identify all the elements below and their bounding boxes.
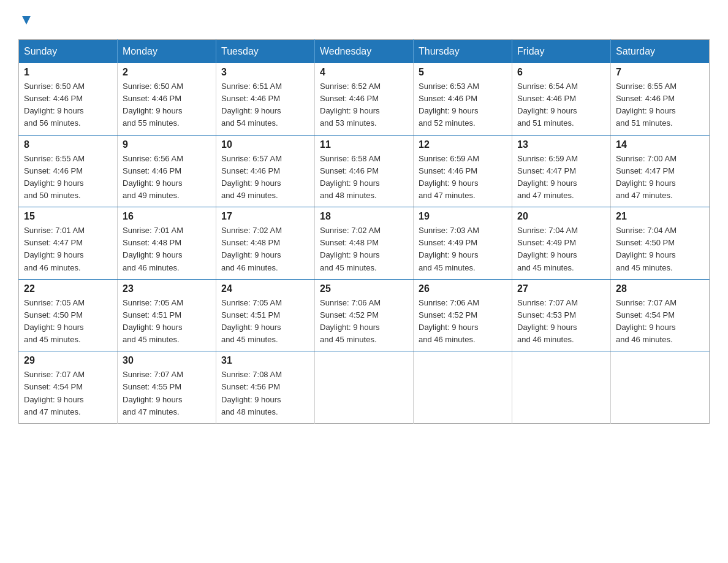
calendar-cell: 3Sunrise: 6:51 AMSunset: 4:46 PMDaylight… — [216, 63, 315, 135]
day-header-wednesday: Wednesday — [315, 40, 414, 64]
day-info: Sunrise: 6:55 AMSunset: 4:46 PMDaylight:… — [24, 153, 112, 202]
day-info: Sunrise: 6:50 AMSunset: 4:46 PMDaylight:… — [24, 80, 112, 130]
day-info: Sunrise: 6:59 AMSunset: 4:46 PMDaylight:… — [419, 153, 507, 202]
day-number: 12 — [419, 139, 507, 150]
day-number: 3 — [221, 67, 309, 78]
day-info: Sunrise: 7:08 AMSunset: 4:56 PMDaylight:… — [221, 369, 309, 418]
day-number: 29 — [24, 355, 112, 366]
day-info: Sunrise: 7:04 AMSunset: 4:49 PMDaylight:… — [517, 224, 605, 274]
calendar-cell: 4Sunrise: 6:52 AMSunset: 4:46 PMDaylight… — [315, 63, 414, 135]
day-number: 9 — [123, 139, 211, 150]
calendar-cell: 15Sunrise: 7:01 AMSunset: 4:47 PMDayligh… — [19, 207, 118, 280]
calendar-cell: 18Sunrise: 7:02 AMSunset: 4:48 PMDayligh… — [315, 207, 414, 280]
day-number: 5 — [419, 67, 507, 78]
logo-triangle-icon — [20, 13, 33, 27]
day-number: 21 — [616, 211, 704, 222]
page-header — [18, 12, 710, 27]
calendar-cell: 27Sunrise: 7:07 AMSunset: 4:53 PMDayligh… — [512, 279, 611, 351]
day-number: 22 — [24, 283, 112, 294]
calendar-cell — [414, 351, 512, 424]
day-info: Sunrise: 7:04 AMSunset: 4:50 PMDaylight:… — [616, 224, 704, 274]
day-info: Sunrise: 7:06 AMSunset: 4:52 PMDaylight:… — [320, 297, 408, 347]
day-number: 1 — [24, 67, 112, 78]
calendar-cell: 14Sunrise: 7:00 AMSunset: 4:47 PMDayligh… — [611, 135, 710, 207]
calendar-cell: 22Sunrise: 7:05 AMSunset: 4:50 PMDayligh… — [19, 279, 118, 351]
day-info: Sunrise: 7:07 AMSunset: 4:53 PMDaylight:… — [517, 297, 605, 347]
calendar-cell — [512, 351, 611, 424]
day-number: 23 — [123, 283, 211, 294]
day-number: 11 — [320, 139, 408, 150]
calendar-cell: 7Sunrise: 6:55 AMSunset: 4:46 PMDaylight… — [611, 63, 710, 135]
day-number: 18 — [320, 211, 408, 222]
calendar-cell: 19Sunrise: 7:03 AMSunset: 4:49 PMDayligh… — [414, 207, 512, 280]
day-number: 27 — [517, 283, 605, 294]
day-info: Sunrise: 6:52 AMSunset: 4:46 PMDaylight:… — [320, 80, 408, 130]
calendar-cell: 31Sunrise: 7:08 AMSunset: 4:56 PMDayligh… — [216, 351, 315, 424]
calendar-cell: 28Sunrise: 7:07 AMSunset: 4:54 PMDayligh… — [611, 279, 710, 351]
day-info: Sunrise: 7:07 AMSunset: 4:54 PMDaylight:… — [616, 297, 704, 347]
day-number: 24 — [221, 283, 309, 294]
day-number: 31 — [221, 355, 309, 366]
day-info: Sunrise: 7:00 AMSunset: 4:47 PMDaylight:… — [616, 153, 704, 202]
calendar-cell — [611, 351, 710, 424]
calendar-cell: 30Sunrise: 7:07 AMSunset: 4:55 PMDayligh… — [118, 351, 216, 424]
day-number: 26 — [419, 283, 507, 294]
svg-marker-0 — [22, 16, 31, 25]
day-number: 20 — [517, 211, 605, 222]
calendar-cell: 13Sunrise: 6:59 AMSunset: 4:47 PMDayligh… — [512, 135, 611, 207]
day-number: 25 — [320, 283, 408, 294]
calendar-cell: 21Sunrise: 7:04 AMSunset: 4:50 PMDayligh… — [611, 207, 710, 280]
calendar-cell: 26Sunrise: 7:06 AMSunset: 4:52 PMDayligh… — [414, 279, 512, 351]
calendar-cell: 17Sunrise: 7:02 AMSunset: 4:48 PMDayligh… — [216, 207, 315, 280]
day-info: Sunrise: 7:07 AMSunset: 4:55 PMDaylight:… — [123, 369, 211, 418]
day-number: 28 — [616, 283, 704, 294]
calendar-cell: 1Sunrise: 6:50 AMSunset: 4:46 PMDaylight… — [19, 63, 118, 135]
day-number: 2 — [123, 67, 211, 78]
calendar-cell: 6Sunrise: 6:54 AMSunset: 4:46 PMDaylight… — [512, 63, 611, 135]
day-info: Sunrise: 7:02 AMSunset: 4:48 PMDaylight:… — [320, 224, 408, 274]
day-number: 13 — [517, 139, 605, 150]
calendar-cell: 10Sunrise: 6:57 AMSunset: 4:46 PMDayligh… — [216, 135, 315, 207]
day-info: Sunrise: 7:07 AMSunset: 4:54 PMDaylight:… — [24, 369, 112, 418]
day-info: Sunrise: 7:06 AMSunset: 4:52 PMDaylight:… — [419, 297, 507, 347]
day-number: 17 — [221, 211, 309, 222]
day-info: Sunrise: 6:51 AMSunset: 4:46 PMDaylight:… — [221, 80, 309, 130]
calendar-cell: 16Sunrise: 7:01 AMSunset: 4:48 PMDayligh… — [118, 207, 216, 280]
day-info: Sunrise: 7:05 AMSunset: 4:50 PMDaylight:… — [24, 297, 112, 347]
day-header-friday: Friday — [512, 40, 611, 64]
calendar-week-3: 15Sunrise: 7:01 AMSunset: 4:47 PMDayligh… — [19, 207, 710, 280]
calendar-cell: 25Sunrise: 7:06 AMSunset: 4:52 PMDayligh… — [315, 279, 414, 351]
day-header-saturday: Saturday — [611, 40, 710, 64]
calendar-header-row: SundayMondayTuesdayWednesdayThursdayFrid… — [19, 40, 710, 64]
day-number: 14 — [616, 139, 704, 150]
day-number: 15 — [24, 211, 112, 222]
calendar-week-1: 1Sunrise: 6:50 AMSunset: 4:46 PMDaylight… — [19, 63, 710, 135]
calendar-cell — [315, 351, 414, 424]
day-number: 10 — [221, 139, 309, 150]
calendar-week-2: 8Sunrise: 6:55 AMSunset: 4:46 PMDaylight… — [19, 135, 710, 207]
day-info: Sunrise: 6:55 AMSunset: 4:46 PMDaylight:… — [616, 80, 704, 130]
calendar-cell: 9Sunrise: 6:56 AMSunset: 4:46 PMDaylight… — [118, 135, 216, 207]
day-number: 19 — [419, 211, 507, 222]
day-info: Sunrise: 7:03 AMSunset: 4:49 PMDaylight:… — [419, 224, 507, 274]
day-info: Sunrise: 7:05 AMSunset: 4:51 PMDaylight:… — [123, 297, 211, 347]
day-number: 30 — [123, 355, 211, 366]
calendar-cell: 11Sunrise: 6:58 AMSunset: 4:46 PMDayligh… — [315, 135, 414, 207]
day-info: Sunrise: 6:56 AMSunset: 4:46 PMDaylight:… — [123, 153, 211, 202]
day-info: Sunrise: 7:01 AMSunset: 4:47 PMDaylight:… — [24, 224, 112, 274]
calendar-table: SundayMondayTuesdayWednesdayThursdayFrid… — [18, 39, 710, 424]
day-info: Sunrise: 6:58 AMSunset: 4:46 PMDaylight:… — [320, 153, 408, 202]
day-info: Sunrise: 6:53 AMSunset: 4:46 PMDaylight:… — [419, 80, 507, 130]
day-header-monday: Monday — [118, 40, 216, 64]
day-number: 8 — [24, 139, 112, 150]
day-info: Sunrise: 6:54 AMSunset: 4:46 PMDaylight:… — [517, 80, 605, 130]
day-info: Sunrise: 6:59 AMSunset: 4:47 PMDaylight:… — [517, 153, 605, 202]
calendar-cell: 5Sunrise: 6:53 AMSunset: 4:46 PMDaylight… — [414, 63, 512, 135]
calendar-cell: 20Sunrise: 7:04 AMSunset: 4:49 PMDayligh… — [512, 207, 611, 280]
logo — [18, 12, 33, 27]
day-header-tuesday: Tuesday — [216, 40, 315, 64]
day-info: Sunrise: 6:50 AMSunset: 4:46 PMDaylight:… — [123, 80, 211, 130]
calendar-cell: 8Sunrise: 6:55 AMSunset: 4:46 PMDaylight… — [19, 135, 118, 207]
calendar-cell: 24Sunrise: 7:05 AMSunset: 4:51 PMDayligh… — [216, 279, 315, 351]
day-info: Sunrise: 7:02 AMSunset: 4:48 PMDaylight:… — [221, 224, 309, 274]
